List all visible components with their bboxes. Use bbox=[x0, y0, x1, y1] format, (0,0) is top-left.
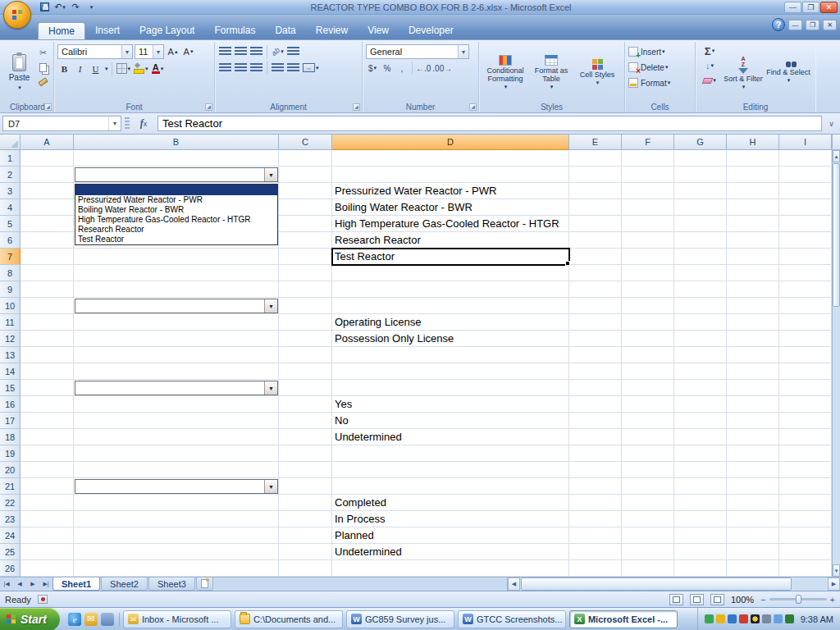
cell-E6[interactable] bbox=[569, 232, 622, 249]
tray-icon[interactable] bbox=[716, 614, 725, 623]
save-button[interactable] bbox=[38, 1, 51, 13]
cell-B13[interactable] bbox=[74, 347, 279, 363]
cell-G10[interactable] bbox=[674, 298, 727, 314]
cell-I6[interactable] bbox=[779, 232, 832, 249]
cell-A16[interactable] bbox=[21, 396, 74, 413]
redo-button[interactable]: ↷ bbox=[69, 1, 82, 13]
autosum-button[interactable]: Σ▾ bbox=[699, 44, 720, 57]
clipboard-dialog-launcher[interactable]: ◢ bbox=[44, 103, 52, 111]
tab-review[interactable]: Review bbox=[306, 22, 358, 39]
cell-H15[interactable] bbox=[727, 380, 779, 396]
cell-F10[interactable] bbox=[622, 298, 674, 314]
cell-A12[interactable] bbox=[21, 331, 74, 347]
taskbar-button-gtcc[interactable]: WGTCC Screenshots... bbox=[458, 610, 566, 628]
taskbar-button-explorer[interactable]: C:\Documents and... bbox=[235, 610, 343, 628]
cell-C20[interactable] bbox=[279, 462, 332, 478]
cell-D4[interactable]: Boiling Water Reactor - BWR bbox=[332, 199, 569, 216]
cell-F18[interactable] bbox=[622, 429, 674, 445]
cell-I24[interactable] bbox=[779, 527, 832, 544]
cell-H1[interactable] bbox=[727, 150, 779, 167]
cell-C21[interactable] bbox=[279, 478, 332, 495]
cell-H17[interactable] bbox=[727, 413, 779, 429]
row-header-12[interactable]: 12 bbox=[0, 331, 21, 347]
cell-H14[interactable] bbox=[727, 363, 779, 380]
cell-G15[interactable] bbox=[674, 380, 727, 396]
cell-H8[interactable] bbox=[727, 265, 779, 281]
cell-B25[interactable] bbox=[74, 544, 279, 560]
cell-F25[interactable] bbox=[622, 544, 674, 560]
tab-view[interactable]: View bbox=[358, 22, 399, 39]
cell-G18[interactable] bbox=[674, 429, 727, 445]
cell-I11[interactable] bbox=[779, 314, 832, 331]
cell-G9[interactable] bbox=[674, 281, 727, 298]
formula-input[interactable]: Test Reactor bbox=[158, 116, 822, 131]
combo-dropdown-icon[interactable]: ▼ bbox=[264, 381, 277, 395]
cell-B7[interactable] bbox=[74, 249, 279, 265]
row-header-15[interactable]: 15 bbox=[0, 380, 21, 396]
cell-A13[interactable] bbox=[21, 347, 74, 363]
align-right-button[interactable] bbox=[249, 61, 263, 75]
tab-page-layout[interactable]: Page Layout bbox=[130, 22, 204, 39]
cell-G12[interactable] bbox=[674, 331, 727, 347]
cell-F14[interactable] bbox=[622, 363, 674, 380]
cell-I12[interactable] bbox=[779, 331, 832, 347]
cell-G22[interactable] bbox=[674, 495, 727, 511]
cell-C9[interactable] bbox=[279, 281, 332, 298]
cell-I23[interactable] bbox=[779, 511, 832, 527]
cell-H6[interactable] bbox=[727, 232, 779, 249]
taskbar-button-gc859[interactable]: WGC859 Survey jus... bbox=[346, 610, 454, 628]
cell-H24[interactable] bbox=[727, 527, 779, 544]
cell-D20[interactable] bbox=[332, 462, 569, 478]
cell-G6[interactable] bbox=[674, 232, 727, 249]
cell-C15[interactable] bbox=[279, 380, 332, 396]
cell-A24[interactable] bbox=[21, 527, 74, 544]
row-header-5[interactable]: 5 bbox=[0, 216, 21, 232]
row-header-18[interactable]: 18 bbox=[0, 429, 21, 445]
cell-I9[interactable] bbox=[779, 281, 832, 298]
scroll-right-button[interactable]: ▶ bbox=[828, 578, 840, 591]
align-top-button[interactable] bbox=[218, 44, 232, 58]
column-header-E[interactable]: E bbox=[569, 135, 622, 150]
help-button[interactable]: ? bbox=[772, 18, 785, 31]
row-header-10[interactable]: 10 bbox=[0, 298, 21, 314]
percent-style-button[interactable]: % bbox=[381, 62, 394, 75]
cell-A18[interactable] bbox=[21, 429, 74, 445]
cell-H23[interactable] bbox=[727, 511, 779, 527]
number-format-combo[interactable]: General▼ bbox=[366, 44, 469, 59]
clear-button[interactable]: ▾ bbox=[699, 74, 720, 87]
cell-I15[interactable] bbox=[779, 380, 832, 396]
cell-I3[interactable] bbox=[779, 183, 832, 199]
dropdown-option[interactable]: High Temperature Gas-Cooled Reactor - HT… bbox=[75, 215, 277, 225]
cell-C8[interactable] bbox=[279, 265, 332, 281]
dropdown-option[interactable]: Boiling Water Reactor - BWR bbox=[75, 205, 277, 215]
cell-A10[interactable] bbox=[21, 298, 74, 314]
cell-D5[interactable]: High Temperature Gas-Cooled Reactor - HT… bbox=[332, 216, 569, 232]
cell-F20[interactable] bbox=[622, 462, 674, 478]
cell-B12[interactable] bbox=[74, 331, 279, 347]
cell-H2[interactable] bbox=[727, 167, 779, 183]
cell-E10[interactable] bbox=[569, 298, 622, 314]
cell-D13[interactable] bbox=[332, 347, 569, 363]
scroll-up-button[interactable]: ▲ bbox=[833, 150, 840, 162]
sheet-tab-sheet1[interactable]: Sheet1 bbox=[52, 578, 100, 591]
cell-D10[interactable] bbox=[332, 298, 569, 314]
workbook-close-button[interactable]: ✕ bbox=[823, 20, 837, 30]
cell-D7[interactable]: Test Reactor bbox=[332, 249, 569, 265]
cell-F2[interactable] bbox=[622, 167, 674, 183]
alignment-dialog-launcher[interactable]: ◢ bbox=[353, 103, 360, 111]
row-header-4[interactable]: 4 bbox=[0, 199, 21, 216]
cell-I13[interactable] bbox=[779, 347, 832, 363]
row-header-6[interactable]: 6 bbox=[0, 232, 21, 249]
formula-bar-handle[interactable] bbox=[125, 117, 130, 130]
number-dialog-launcher[interactable]: ◢ bbox=[469, 103, 477, 111]
column-header-I[interactable]: I bbox=[779, 135, 832, 150]
cell-C11[interactable] bbox=[279, 314, 332, 331]
dropdown-option[interactable]: Test Reactor bbox=[75, 235, 277, 244]
zoom-level[interactable]: 100% bbox=[731, 595, 754, 605]
cell-C10[interactable] bbox=[279, 298, 332, 314]
cell-D24[interactable]: Planned bbox=[332, 527, 569, 544]
zoom-track[interactable] bbox=[769, 598, 827, 600]
paste-button[interactable]: Paste▾ bbox=[5, 44, 34, 101]
sheet-tab-sheet2[interactable]: Sheet2 bbox=[101, 578, 148, 591]
cell-H21[interactable] bbox=[727, 478, 779, 495]
